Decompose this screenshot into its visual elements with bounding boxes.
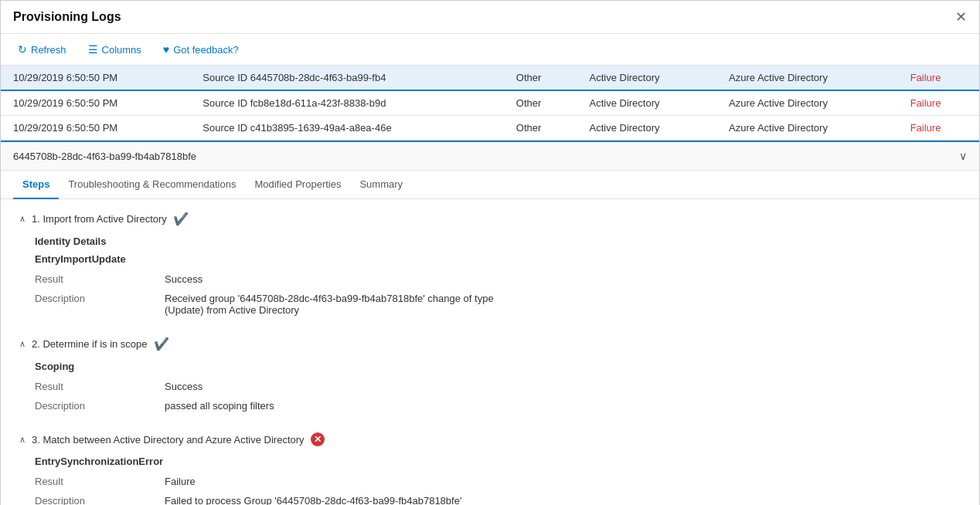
step-3-body: EntrySynchronizationError Result Failure… (19, 456, 961, 505)
step-3-result-value: Failure (165, 473, 961, 490)
step-2-result-value: Success (165, 378, 961, 395)
columns-button[interactable]: ☰ Columns (83, 40, 146, 59)
step-2-status-icon: ✔️ (154, 337, 169, 351)
step-3-subsection-title: EntrySynchronizationError (35, 456, 961, 467)
row-status: Failure (898, 66, 979, 90)
step-1-label: 1. Import from Active Directory (32, 213, 167, 225)
row-type: Other (504, 116, 577, 141)
row-source: Active Directory (577, 116, 716, 141)
row-type: Other (504, 66, 577, 90)
step-3-grid: Result Failure Description Failed to pro… (35, 473, 961, 505)
provisioning-logs-panel: Provisioning Logs ✕ ↻ Refresh ☰ Columns … (0, 0, 980, 505)
step-2-body: Scoping Result Success Description passe… (19, 361, 961, 414)
row-target: Azure Active Directory (716, 90, 898, 116)
toolbar: ↻ Refresh ☰ Columns ♥ Got feedback? (1, 34, 979, 66)
row-datetime: 10/29/2019 6:50:50 PM (1, 90, 190, 116)
tab-steps[interactable]: Steps (13, 171, 59, 199)
step-1-desc-value: Received group '6445708b-28dc-4f63-ba99-… (165, 290, 961, 318)
refresh-icon: ↻ (18, 43, 27, 56)
refresh-button[interactable]: ↻ Refresh (13, 40, 71, 59)
step-1-desc-label: Description (35, 290, 158, 318)
detail-header: 6445708b-28dc-4f63-ba99-fb4ab7818bfe ∨ (1, 142, 979, 171)
row-source-id: Source ID c41b3895-1639-49a4-a8ea-46e (190, 116, 503, 141)
panel-title: Provisioning Logs (13, 10, 121, 24)
step-1-result-label: Result (35, 271, 158, 287)
table-row[interactable]: 10/29/2019 6:50:50 PM Source ID c41b3895… (1, 116, 979, 141)
refresh-label: Refresh (31, 44, 66, 56)
row-target: Azure Active Directory (716, 66, 898, 90)
tab-troubleshooting[interactable]: Troubleshooting & Recommendations (59, 171, 245, 199)
step-3-label: 3. Match between Active Directory and Az… (32, 434, 305, 446)
step-1-result-value: Success (165, 271, 961, 287)
tab-modified-properties[interactable]: Modified Properties (245, 171, 350, 199)
step-1-body: Identity Details EntryImportUpdate Resul… (19, 236, 961, 318)
step-3: ∧ 3. Match between Active Directory and … (19, 432, 961, 505)
row-datetime: 10/29/2019 6:50:50 PM (1, 116, 190, 141)
step-3-header[interactable]: ∧ 3. Match between Active Directory and … (19, 432, 961, 446)
step-2-result-label: Result (35, 378, 158, 395)
row-source: Active Directory (577, 66, 716, 90)
table-row[interactable]: 10/29/2019 6:50:50 PM Source ID 6445708b… (1, 66, 979, 90)
step-1-status-icon: ✔️ (173, 212, 189, 226)
step-3-result-label: Result (35, 473, 158, 490)
step-2-grid: Result Success Description passed all sc… (35, 378, 961, 414)
chevron-down-icon[interactable]: ∨ (959, 150, 967, 162)
step-2-section-title: Scoping (35, 361, 961, 372)
row-type: Other (504, 90, 577, 116)
row-datetime: 10/29/2019 6:50:50 PM (1, 66, 190, 90)
step-1: ∧ 1. Import from Active Directory ✔️ Ide… (19, 212, 961, 318)
row-status: Failure (898, 116, 979, 141)
step-3-status-icon: ✕ (311, 432, 325, 446)
detail-panel: 6445708b-28dc-4f63-ba99-fb4ab7818bfe ∨ S… (1, 141, 979, 505)
heart-icon: ♥ (163, 43, 169, 56)
tabs-bar: Steps Troubleshooting & Recommendations … (1, 171, 979, 199)
step-2-desc-value: passed all scoping filters (165, 398, 961, 414)
step-2-collapse-icon: ∧ (19, 339, 26, 349)
step-2: ∧ 2. Determine if is in scope ✔️ Scoping… (19, 337, 961, 414)
step-1-grid: Result Success Description Received grou… (35, 271, 961, 318)
row-source-id: Source ID fcb8e18d-611a-423f-8838-b9d (190, 90, 503, 116)
step-1-header[interactable]: ∧ 1. Import from Active Directory ✔️ (19, 212, 961, 226)
step-1-subsection-title: EntryImportUpdate (35, 253, 961, 265)
step-1-section-title: Identity Details (35, 236, 961, 247)
step-2-label: 2. Determine if is in scope (32, 338, 148, 350)
feedback-button[interactable]: ♥ Got feedback? (158, 40, 243, 59)
columns-icon: ☰ (88, 43, 98, 56)
step-2-header[interactable]: ∧ 2. Determine if is in scope ✔️ (19, 337, 961, 351)
step-3-desc-label: Description (35, 493, 158, 505)
table-row[interactable]: 10/29/2019 6:50:50 PM Source ID fcb8e18d… (1, 90, 979, 116)
detail-id: 6445708b-28dc-4f63-ba99-fb4ab7818bfe (13, 151, 196, 162)
row-target: Azure Active Directory (716, 116, 898, 141)
row-source: Active Directory (577, 90, 716, 116)
columns-label: Columns (102, 44, 141, 56)
close-button[interactable]: ✕ (955, 8, 967, 25)
tab-summary[interactable]: Summary (350, 171, 412, 199)
step-3-collapse-icon: ∧ (19, 435, 26, 445)
log-table: 10/29/2019 6:50:50 PM Source ID 6445708b… (1, 66, 979, 141)
step-1-collapse-icon: ∧ (19, 214, 26, 224)
panel-header: Provisioning Logs ✕ (1, 1, 979, 34)
feedback-label: Got feedback? (173, 44, 239, 56)
step-3-desc-value: Failed to process Group '6445708b-28dc-4… (165, 493, 961, 505)
row-source-id: Source ID 6445708b-28dc-4f63-ba99-fb4 (190, 66, 503, 90)
steps-content: ∧ 1. Import from Active Directory ✔️ Ide… (1, 199, 979, 505)
row-status: Failure (898, 90, 979, 116)
step-2-desc-label: Description (35, 398, 158, 414)
